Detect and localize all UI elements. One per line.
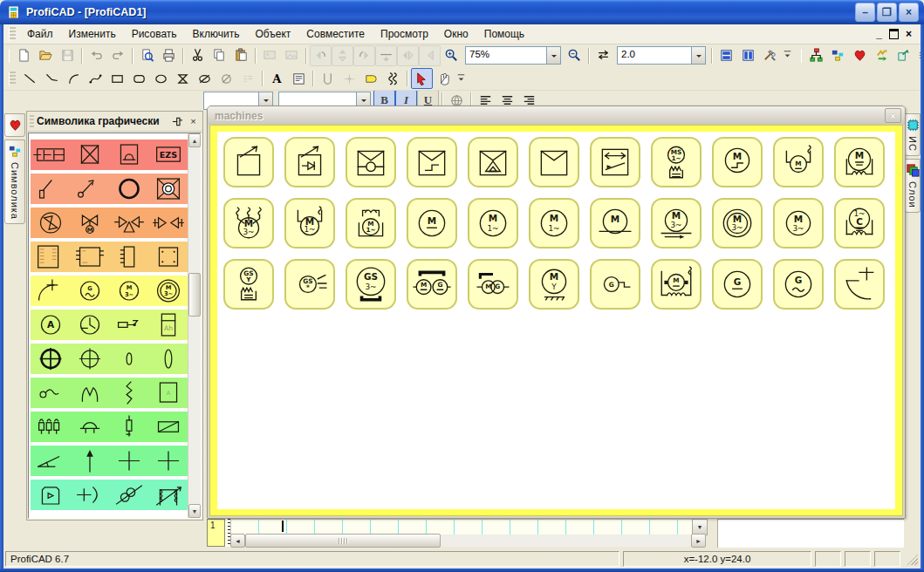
symbol-lamp-cross-bold[interactable] xyxy=(32,346,69,372)
cut-button[interactable] xyxy=(187,45,209,66)
machine-symbol-box-delta[interactable] xyxy=(468,137,518,187)
machine-symbol-gen-sync-y[interactable]: GSY xyxy=(223,259,274,310)
resize-grip[interactable] xyxy=(906,553,918,565)
bezier-button[interactable] xyxy=(85,68,106,89)
mdi-restore-button[interactable] xyxy=(889,29,899,39)
scroll-thumb[interactable] xyxy=(245,534,441,548)
dock-tab-ic[interactable]: ИС xyxy=(905,113,921,156)
rectangle-button[interactable] xyxy=(106,68,128,89)
symbol-switch-lever[interactable] xyxy=(32,176,69,202)
paste-button[interactable] xyxy=(230,45,252,66)
machine-symbol-mg-set[interactable]: MG xyxy=(407,259,457,310)
machine-symbol-motor-3ph-traction[interactable]: M3~ xyxy=(651,198,702,249)
symbol-crossed-rect[interactable] xyxy=(150,414,187,440)
symbol-ic-large[interactable] xyxy=(32,244,69,270)
scroll-right-button[interactable]: ► xyxy=(691,534,706,548)
toolbar-overflow-button[interactable] xyxy=(455,68,468,89)
horizontal-scrollbar[interactable]: ◄ ► xyxy=(230,535,706,547)
symbol-lamp-cross[interactable] xyxy=(72,346,108,372)
symbol-twisted-pair[interactable] xyxy=(111,482,147,508)
menu-window[interactable]: Окно xyxy=(436,25,476,43)
menu-view[interactable]: Просмотр xyxy=(373,25,436,43)
symbol-ammeter[interactable]: A xyxy=(32,312,69,338)
symbol-cross-wire[interactable] xyxy=(111,448,147,474)
chevron-down-icon[interactable] xyxy=(691,47,705,64)
toolbar-grip[interactable] xyxy=(9,49,10,63)
toolbar-grip[interactable] xyxy=(801,49,802,63)
machine-symbol-box-arrow-out[interactable] xyxy=(223,137,274,187)
dock-tab-layers[interactable]: Слои xyxy=(905,159,921,213)
machine-symbol-motor-step-small[interactable]: M xyxy=(712,137,763,187)
machines-title-bar[interactable]: machines × xyxy=(208,106,905,125)
coil-button[interactable] xyxy=(382,68,404,89)
print-preview-button[interactable] xyxy=(136,45,158,66)
panel-scrollbar[interactable]: ▲ ▼ xyxy=(188,133,201,518)
machine-symbol-motor-cap-1ph[interactable]: 1~C xyxy=(834,198,885,249)
menu-help[interactable]: Помощь xyxy=(476,25,532,43)
zoom-in-button[interactable] xyxy=(441,45,462,66)
mdi-minimize-button[interactable]: _ xyxy=(876,29,882,39)
machine-symbol-motor-3ph-plain[interactable]: M3~ xyxy=(773,198,824,249)
machine-symbol-gen-dc-plain[interactable]: G xyxy=(712,259,763,310)
copy-button[interactable] xyxy=(209,45,230,66)
symbol-fan[interactable] xyxy=(32,210,69,236)
machine-symbol-box-rectifier[interactable] xyxy=(284,137,335,187)
split-vertical-button[interactable] xyxy=(737,45,759,66)
symbol-switch-rotary[interactable] xyxy=(72,176,108,202)
symbol-transformer-core[interactable] xyxy=(150,482,187,508)
swap-arrows-button[interactable] xyxy=(592,45,614,66)
symbol-dome-contact[interactable] xyxy=(72,414,108,440)
symbol-ic-socket[interactable] xyxy=(150,244,187,270)
print-button[interactable] xyxy=(158,45,180,66)
scroll-up-button[interactable]: ▲ xyxy=(188,133,201,147)
symbol-siren-box[interactable] xyxy=(150,176,187,202)
toolbar-grip[interactable] xyxy=(9,72,16,85)
menu-insert[interactable]: Включить xyxy=(185,25,248,43)
machine-symbol-motor-1ph-b[interactable]: M1~ xyxy=(529,198,579,249)
dock-tab-symbols[interactable]: Символика xyxy=(4,140,25,224)
symbol-valve-3way[interactable] xyxy=(111,210,147,236)
machine-symbol-position-quarter[interactable] xyxy=(834,259,885,310)
machine-symbol-box-step[interactable] xyxy=(407,137,457,187)
rounded-rectangle-button[interactable] xyxy=(128,68,150,89)
open-folder-button[interactable] xyxy=(35,45,57,66)
machine-symbol-gen-sync-exc[interactable]: GS* xyxy=(284,259,335,310)
line-width-combobox[interactable]: 2.0 xyxy=(617,46,706,65)
symbol-valve-2way[interactable] xyxy=(150,210,187,236)
symbol-fuse-small[interactable] xyxy=(111,414,147,440)
symbol-crossed-box[interactable] xyxy=(72,142,108,168)
machine-symbol-motor-1ph-a[interactable]: M1~ xyxy=(468,198,518,249)
polyline-button[interactable] xyxy=(41,68,63,89)
symbol-generator-ac-small[interactable]: G xyxy=(72,278,108,304)
yellow-label-button[interactable] xyxy=(360,68,382,89)
symbol-resistor-group[interactable] xyxy=(32,414,69,440)
scroll-thumb[interactable] xyxy=(188,273,201,317)
hourglass-polygon-button[interactable] xyxy=(172,68,194,89)
symbols-tree-button[interactable] xyxy=(805,45,827,66)
machine-symbol-motor-dc-brush-coil[interactable]: M xyxy=(651,259,702,310)
symbol-arrow-up[interactable] xyxy=(72,448,108,474)
toolbar-overflow-button[interactable] xyxy=(781,45,794,66)
machine-symbol-gen-sync-3ph[interactable]: GS3~ xyxy=(346,259,396,310)
zoom-combobox[interactable]: 75% xyxy=(465,46,561,65)
pin-icon[interactable] xyxy=(171,115,184,128)
symbol-handset[interactable] xyxy=(32,380,69,406)
symbol-ic-small[interactable] xyxy=(111,244,147,270)
symbol-clock[interactable] xyxy=(72,312,108,338)
machine-symbol-motor-linear[interactable]: M xyxy=(590,198,640,249)
machine-symbol-motor-dc-plain[interactable]: M xyxy=(407,198,457,249)
symbol-cross-wire-2[interactable] xyxy=(150,448,187,474)
new-document-button[interactable] xyxy=(13,45,35,66)
machine-symbol-motor-3ph-double[interactable]: M3~ xyxy=(712,198,763,249)
close-button[interactable]: × xyxy=(899,3,919,22)
symbol-motor-3ph-double-small[interactable]: M3~ xyxy=(150,278,187,304)
machine-symbol-motor-y-ground[interactable]: MY xyxy=(529,259,579,310)
symbol-valve-motor[interactable]: M xyxy=(72,210,108,236)
symbol-angle-meter[interactable] xyxy=(32,448,69,474)
symbol-contact-block[interactable] xyxy=(32,142,69,168)
machine-symbol-motor-1ph-brush[interactable]: M1~ xyxy=(284,198,335,249)
menubar-grip[interactable] xyxy=(9,27,16,41)
zoom-out-button[interactable] xyxy=(564,45,585,66)
machine-symbol-gen-hand-crank[interactable]: G xyxy=(590,259,640,310)
machine-symbol-motor-dc-brush[interactable]: M xyxy=(773,137,824,187)
